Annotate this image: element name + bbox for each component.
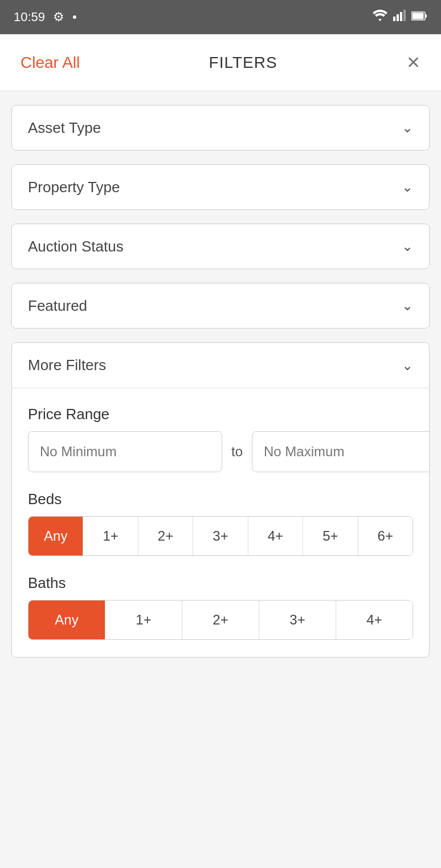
status-bar-left: 10:59 ⚙ • <box>14 10 77 25</box>
featured-label: Featured <box>28 297 87 315</box>
property-type-chevron-icon: ⌄ <box>402 179 413 195</box>
more-filters-dropdown[interactable]: More Filters ⌄ <box>12 343 429 388</box>
beds-option-6plus[interactable]: 6+ <box>358 517 413 555</box>
beds-option-any[interactable]: Any <box>28 517 83 555</box>
asset-type-label: Asset Type <box>28 119 101 137</box>
price-max-input[interactable] <box>252 431 430 472</box>
signal-icon <box>393 10 406 25</box>
property-type-dropdown[interactable]: Property Type ⌄ <box>11 164 430 210</box>
baths-section: Baths Any1+2+3+4+ <box>28 574 413 640</box>
price-range-row: to <box>28 431 413 472</box>
baths-option-1plus[interactable]: 1+ <box>105 601 182 639</box>
auction-status-label: Auction Status <box>28 238 124 255</box>
svg-rect-6 <box>425 14 427 18</box>
more-filters-section: More Filters ⌄ Price Range to Beds Any1+… <box>11 342 430 658</box>
clear-all-button[interactable]: Clear All <box>21 54 80 72</box>
svg-rect-2 <box>400 12 402 21</box>
close-button[interactable]: ✕ <box>406 54 420 71</box>
more-filters-label: More Filters <box>28 356 106 374</box>
beds-label: Beds <box>28 490 413 508</box>
dot-icon: • <box>72 10 77 25</box>
svg-rect-1 <box>397 14 399 21</box>
auction-status-dropdown[interactable]: Auction Status ⌄ <box>11 224 430 269</box>
beds-option-3plus[interactable]: 3+ <box>193 517 248 555</box>
baths-options: Any1+2+3+4+ <box>28 600 413 640</box>
more-filters-chevron-icon: ⌄ <box>402 358 413 374</box>
svg-rect-3 <box>403 10 406 21</box>
svg-rect-0 <box>393 17 395 21</box>
page-title: FILTERS <box>209 54 277 72</box>
price-range-label: Price Range <box>28 405 413 423</box>
beds-section: Beds Any1+2+3+4+5+6+ <box>28 490 413 556</box>
battery-icon <box>411 10 427 25</box>
status-bar-right <box>373 10 427 25</box>
asset-type-dropdown[interactable]: Asset Type ⌄ <box>11 105 430 151</box>
beds-options: Any1+2+3+4+5+6+ <box>28 516 413 556</box>
baths-option-2plus[interactable]: 2+ <box>182 601 259 639</box>
featured-chevron-icon: ⌄ <box>402 298 413 314</box>
price-to-label: to <box>231 444 243 460</box>
baths-label: Baths <box>28 574 413 592</box>
wifi-icon <box>373 10 387 25</box>
beds-option-5plus[interactable]: 5+ <box>303 517 358 555</box>
baths-option-any[interactable]: Any <box>28 601 105 639</box>
baths-option-3plus[interactable]: 3+ <box>259 601 336 639</box>
baths-option-4plus[interactable]: 4+ <box>336 601 413 639</box>
featured-dropdown[interactable]: Featured ⌄ <box>11 283 430 328</box>
status-bar: 10:59 ⚙ • <box>0 0 441 34</box>
status-time: 10:59 <box>14 10 45 25</box>
property-type-label: Property Type <box>28 179 120 196</box>
main-content: Asset Type ⌄ Property Type ⌄ Auction Sta… <box>0 91 441 671</box>
price-range-section: Price Range to <box>28 405 413 472</box>
beds-option-4plus[interactable]: 4+ <box>248 517 303 555</box>
auction-status-chevron-icon: ⌄ <box>402 238 413 254</box>
beds-option-1plus[interactable]: 1+ <box>83 517 138 555</box>
price-min-input[interactable] <box>28 431 222 472</box>
asset-type-chevron-icon: ⌄ <box>402 120 413 136</box>
gear-icon: ⚙ <box>53 10 64 25</box>
beds-option-2plus[interactable]: 2+ <box>138 517 193 555</box>
svg-rect-5 <box>413 13 424 19</box>
more-filters-body: Price Range to Beds Any1+2+3+4+5+6+ Bath… <box>12 388 429 657</box>
filter-header: Clear All FILTERS ✕ <box>0 34 441 91</box>
